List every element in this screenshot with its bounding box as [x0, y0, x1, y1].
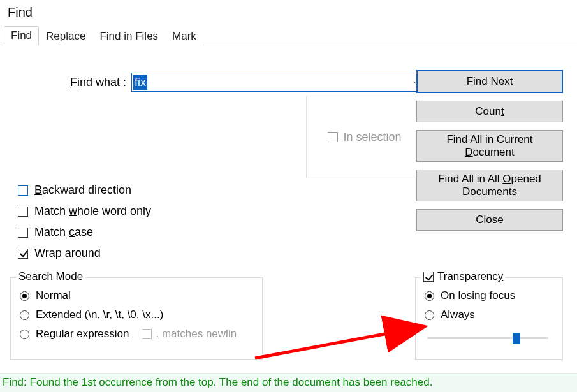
transparency-legend[interactable]: Transparency — [421, 270, 506, 283]
checkbox-box — [142, 329, 152, 339]
matches-newline-checkbox: . matches newlin — [142, 328, 237, 340]
tab-mark[interactable]: Mark — [165, 27, 203, 45]
find-what-combo[interactable]: fix — [131, 73, 426, 92]
radio-label: Normal — [36, 289, 71, 302]
find-what-row: Find what : fix — [18, 73, 426, 92]
checkbox-label: Wrap around — [34, 247, 101, 260]
checkbox-label: . matches newlin — [156, 328, 237, 340]
tab-find[interactable]: Find — [4, 26, 39, 45]
slider-track — [427, 337, 548, 339]
checkbox-label: Backward direction — [34, 184, 131, 197]
transparency-radios: On losing focus Always — [425, 289, 553, 345]
transparency-always-radio[interactable]: Always — [425, 309, 553, 321]
tab-replace[interactable]: Replace — [39, 27, 92, 45]
transparency-on-losing-focus-radio[interactable]: On losing focus — [425, 289, 553, 302]
count-button[interactable]: Count — [416, 101, 563, 122]
options-group: Backward direction Match whole word only… — [18, 184, 151, 260]
checkbox-label: Transparency — [437, 270, 503, 283]
transparency-group: Transparency On losing focus Always — [415, 277, 563, 360]
radio-dot — [20, 310, 29, 320]
radio-dot — [20, 291, 29, 301]
tab-find-in-files[interactable]: Find in Files — [92, 27, 165, 45]
window-title: Find — [0, 0, 577, 26]
checkbox-box — [423, 272, 434, 282]
checkbox-box — [18, 185, 28, 196]
radio-label: Regular expression — [36, 328, 129, 340]
radio-dot — [425, 310, 434, 320]
status-bar: Find: Found the 1st occurrence from the … — [0, 373, 577, 392]
in-selection-label: In selection — [343, 131, 401, 144]
search-mode-regex-radio[interactable]: Regular expression . matches newlin — [20, 328, 253, 340]
checkbox-box — [328, 132, 338, 142]
find-dialog: Find Find Replace Find in Files Mark Fin… — [0, 0, 577, 392]
radio-dot — [20, 330, 29, 339]
radio-label: Always — [441, 309, 475, 321]
transparency-slider[interactable] — [427, 331, 548, 345]
find-what-value[interactable]: fix — [133, 75, 147, 90]
search-mode-extended-radio[interactable]: Extended (\n, \r, \t, \0, \x...) — [20, 309, 253, 321]
search-mode-group: Search Mode Normal Extended (\n, \r, \t,… — [10, 277, 263, 360]
match-whole-word-checkbox[interactable]: Match whole word only — [18, 205, 151, 218]
tab-bar: Find Replace Find in Files Mark — [0, 26, 577, 45]
in-selection-panel: In selection — [306, 96, 423, 178]
checkbox-box — [18, 228, 28, 238]
find-all-current-button[interactable]: Find All in CurrentDocument — [416, 130, 563, 162]
button-column: Find Next Count Find All in CurrentDocum… — [416, 70, 563, 231]
close-button[interactable]: Close — [416, 209, 563, 231]
radio-label: Extended (\n, \r, \t, \0, \x...) — [36, 309, 163, 321]
radio-label: On losing focus — [441, 289, 515, 302]
search-mode-legend: Search Mode — [16, 270, 85, 283]
radio-dot — [425, 291, 434, 301]
slider-thumb[interactable] — [513, 333, 520, 344]
find-all-opened-button[interactable]: Find All in All OpenedDocuments — [416, 170, 563, 201]
checkbox-label: Match whole word only — [34, 205, 151, 218]
wrap-around-checkbox[interactable]: Wrap around — [18, 247, 151, 260]
svg-line-0 — [255, 327, 422, 358]
search-mode-normal-radio[interactable]: Normal — [20, 289, 253, 302]
match-case-checkbox[interactable]: Match case — [18, 226, 151, 239]
backward-direction-checkbox[interactable]: Backward direction — [18, 184, 151, 197]
find-what-label: Find what : — [18, 76, 131, 89]
in-selection-checkbox: In selection — [328, 131, 401, 144]
checkbox-box — [18, 249, 28, 259]
checkbox-label: Match case — [34, 226, 93, 239]
find-next-button[interactable]: Find Next — [416, 70, 563, 93]
checkbox-box — [18, 207, 28, 217]
search-mode-radios: Normal Extended (\n, \r, \t, \0, \x...) … — [20, 289, 253, 340]
